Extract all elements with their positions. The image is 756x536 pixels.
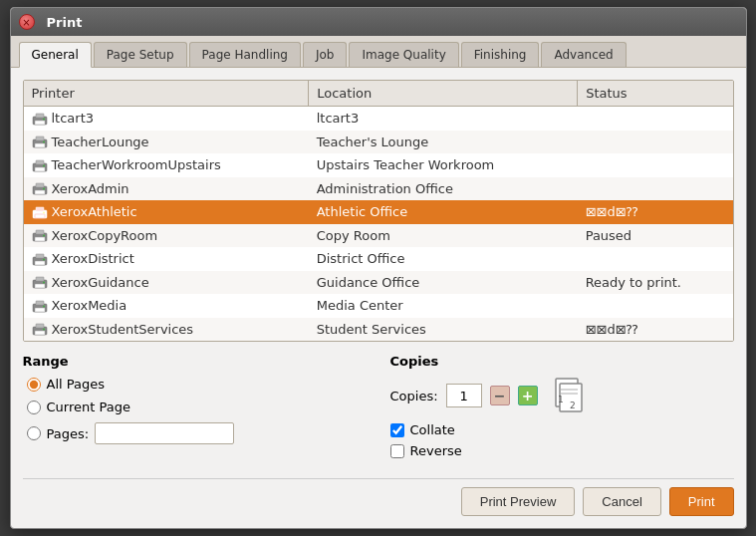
tab-general[interactable]: General [19, 42, 92, 68]
pages-label: Pages: [47, 426, 90, 441]
printer-name-cell: TeacherWorkroomUpstairs [24, 153, 309, 177]
copies-section: Copies Copies: 1 − + 1 2 [390, 354, 734, 464]
svg-rect-9 [36, 160, 44, 164]
svg-point-11 [43, 164, 45, 166]
main-content: Printer Location Status ltcart3ltcart3Te… [11, 68, 746, 528]
pages-input[interactable] [95, 422, 234, 444]
range-section: Range All Pages Current Page Pages: [23, 354, 367, 464]
table-row[interactable]: XeroxCopyRoomCopy RoomPaused [24, 224, 733, 248]
table-row[interactable]: XeroxGuidanceGuidance OfficeReady to pri… [24, 271, 733, 295]
printer-status-cell [578, 131, 733, 154]
printer-name-cell: TeacherLounge [24, 131, 309, 154]
reverse-label: Reverse [410, 443, 462, 458]
table-row[interactable]: XeroxAdminAdministration Office [24, 177, 733, 201]
current-page-label: Current Page [47, 400, 130, 414]
printer-name-cell: XeroxGuidance [24, 271, 309, 295]
printer-location-cell: Administration Office [309, 177, 578, 201]
print-button[interactable]: Print [669, 487, 734, 516]
window-title: Print [47, 15, 83, 30]
current-page-option[interactable]: Current Page [27, 400, 367, 414]
printer-status-cell [578, 294, 733, 318]
cancel-button[interactable]: Cancel [583, 487, 660, 516]
table-row[interactable]: XeroxStudentServicesStudent Services⊠⊠d⊠… [24, 318, 733, 342]
printer-location-cell: Teacher's Lounge [309, 131, 578, 154]
tab-job[interactable]: Job [303, 42, 348, 67]
footer-buttons: Print Preview Cancel Print [23, 478, 734, 516]
svg-rect-25 [36, 254, 44, 258]
tabs-bar: General Page Setup Page Handling Job Ima… [11, 36, 746, 68]
reverse-option: Reverse [390, 443, 734, 458]
bottom-section: Range All Pages Current Page Pages: [23, 354, 734, 464]
svg-point-31 [43, 282, 45, 284]
printer-icon [32, 159, 48, 173]
copies-value: 1 [446, 384, 482, 407]
svg-point-35 [43, 305, 45, 307]
col-header-status: Status [578, 81, 733, 107]
printer-status-cell [578, 107, 733, 131]
printer-name-cell: XeroxAdmin [24, 177, 309, 201]
svg-rect-6 [35, 143, 45, 147]
printer-name-cell: XeroxStudentServices [24, 318, 309, 342]
printer-location-cell: Upstairs Teacher Workroom [309, 153, 578, 177]
table-row[interactable]: XeroxMediaMedia Center [24, 294, 733, 318]
svg-rect-21 [36, 230, 44, 234]
range-title: Range [23, 354, 367, 369]
svg-point-15 [43, 188, 45, 190]
printer-icon [32, 113, 48, 127]
copies-row: Copies: 1 − + 1 2 [390, 377, 734, 414]
printer-status-cell [578, 177, 733, 201]
svg-rect-29 [36, 277, 44, 281]
all-pages-option[interactable]: All Pages [27, 377, 367, 392]
svg-rect-37 [36, 324, 44, 328]
current-page-radio[interactable] [27, 401, 41, 414]
tab-page-handling[interactable]: Page Handling [189, 42, 301, 67]
pages-option: Pages: [27, 422, 367, 444]
copies-label: Copies: [390, 389, 438, 403]
svg-point-3 [43, 118, 45, 120]
svg-rect-5 [36, 136, 44, 140]
printer-status-cell: ⊠⊠d⊠⁇ [578, 318, 733, 342]
svg-rect-10 [35, 167, 45, 171]
printer-status-cell [578, 153, 733, 177]
pages-radio[interactable] [27, 426, 41, 440]
table-row[interactable]: XeroxAthleticAthletic Office⊠⊠d⊠⁇ [24, 200, 733, 224]
svg-rect-33 [36, 301, 44, 305]
svg-point-27 [43, 258, 45, 260]
copies-increase-button[interactable]: + [518, 386, 538, 405]
svg-rect-18 [35, 214, 45, 218]
svg-rect-13 [36, 183, 44, 187]
close-button[interactable]: × [19, 14, 35, 30]
all-pages-radio[interactable] [27, 378, 41, 392]
svg-point-39 [43, 329, 45, 331]
copies-decrease-button[interactable]: − [490, 386, 510, 405]
printer-name-cell: XeroxMedia [24, 294, 309, 318]
table-row[interactable]: TeacherLoungeTeacher's Lounge [24, 131, 733, 154]
tab-image-quality[interactable]: Image Quality [349, 42, 458, 67]
printer-status-cell: ⊠⊠d⊠⁇ [578, 200, 733, 224]
tab-advanced[interactable]: Advanced [541, 42, 626, 67]
svg-rect-17 [36, 207, 44, 211]
printer-status-cell: Paused [578, 224, 733, 248]
table-row[interactable]: ltcart3ltcart3 [24, 107, 733, 131]
printer-location-cell: Copy Room [309, 224, 578, 248]
printer-location-cell: Media Center [309, 294, 578, 318]
svg-rect-30 [35, 284, 45, 288]
collate-checkbox[interactable] [390, 423, 404, 437]
printer-name-cell: XeroxAthletic [24, 200, 309, 224]
table-row[interactable]: XeroxDistrictDistrict Office [24, 247, 733, 271]
printer-location-cell: Student Services [309, 318, 578, 342]
col-header-location: Location [309, 81, 578, 107]
printer-location-cell: Guidance Office [309, 271, 578, 295]
printer-table: Printer Location Status ltcart3ltcart3Te… [24, 81, 733, 341]
range-options: All Pages Current Page Pages: [23, 377, 367, 444]
printer-icon [32, 229, 48, 243]
table-row[interactable]: TeacherWorkroomUpstairsUpstairs Teacher … [24, 153, 733, 177]
svg-rect-34 [35, 308, 45, 312]
copies-title: Copies [390, 354, 734, 369]
svg-text:1: 1 [558, 395, 564, 404]
tab-finishing[interactable]: Finishing [461, 42, 540, 67]
reverse-checkbox[interactable] [390, 444, 404, 458]
tab-page-setup[interactable]: Page Setup [94, 42, 187, 67]
print-preview-button[interactable]: Print Preview [461, 487, 576, 516]
svg-point-7 [43, 141, 45, 143]
